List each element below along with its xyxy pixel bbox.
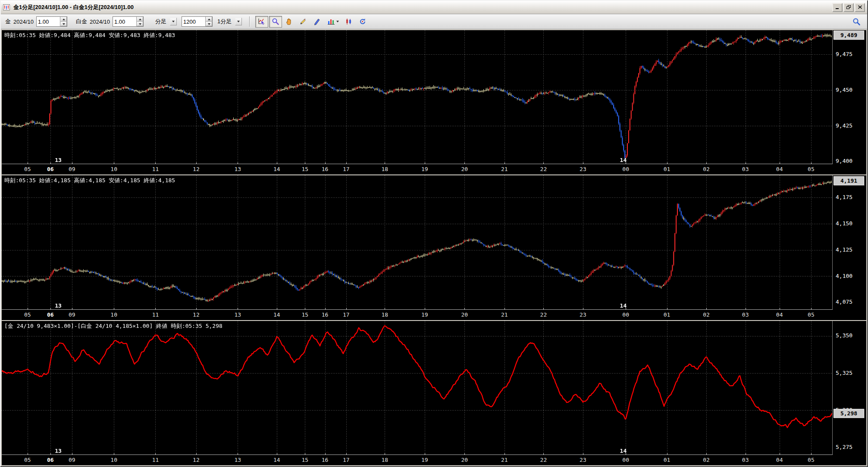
spread-price-axis: 5,3505,3255,3005,2755,298	[832, 321, 866, 465]
magnifier-icon	[272, 18, 279, 25]
gold-multiplier-input[interactable]	[37, 17, 60, 26]
time-tick-label: 17	[343, 166, 350, 172]
price-label: 4,150	[836, 220, 852, 227]
time-tick-label: 10	[110, 457, 117, 463]
time-tick-label: 05	[24, 311, 31, 318]
restore-button[interactable]	[843, 3, 854, 12]
time-tick-label: 11	[152, 457, 159, 463]
select-tool[interactable]	[255, 16, 268, 28]
time-tick-label: 05	[24, 457, 31, 463]
time-tick-label: 06	[47, 166, 54, 172]
day-marker: 14	[620, 302, 627, 309]
marker-tool[interactable]	[310, 16, 323, 28]
price-label: 9,475	[836, 51, 852, 57]
window-controls	[832, 3, 865, 12]
time-tick-label: 23	[580, 166, 586, 172]
titlebar[interactable]: 金1分足[2024/10]1.00 - 白金1分足[2024/10]1.00	[1, 1, 867, 14]
time-tick-label: 18	[382, 311, 389, 318]
time-tick-label: 13	[234, 166, 241, 172]
gold-multiplier-spinner	[36, 16, 67, 27]
chevron-down-icon[interactable]	[235, 18, 242, 25]
time-tick-label: 16	[322, 457, 329, 463]
time-tick-label: 15	[302, 457, 309, 463]
search-tool[interactable]	[850, 16, 863, 28]
time-tick-label: 23	[580, 311, 586, 318]
price-label: 9,400	[836, 158, 852, 164]
time-tick-label: 21	[501, 457, 508, 463]
interval-dropdown[interactable]: 1分足	[215, 17, 244, 26]
time-tick-label: 12	[193, 166, 200, 172]
gold-multiplier-down-button[interactable]	[60, 22, 67, 26]
chevron-down-icon[interactable]	[170, 18, 177, 25]
time-tick-label: 16	[322, 166, 329, 172]
time-tick-label: 19	[421, 457, 428, 463]
pen-nib-icon	[313, 18, 321, 25]
chart-type-tool[interactable]	[324, 16, 342, 28]
price-label: 5,325	[836, 370, 852, 376]
pencil-tool[interactable]	[297, 16, 310, 28]
time-tick-label: 12	[193, 311, 200, 318]
time-tick-label: 06	[47, 311, 54, 318]
bar-count-down-button[interactable]	[206, 22, 212, 26]
platinum-plot-area[interactable]: 時刻:05:35 始値:4,185 高値:4,185 安値:4,185 終値:4…	[2, 175, 833, 309]
pencil-icon	[299, 18, 307, 25]
close-button[interactable]	[855, 3, 865, 12]
gold-label: 金	[5, 18, 11, 25]
candlestick-icon	[345, 18, 353, 25]
minimize-button[interactable]	[832, 3, 843, 12]
price-label: 9,450	[836, 87, 852, 93]
time-tick-label: 02	[703, 457, 710, 463]
interval-type-dropdown[interactable]: 分足	[153, 17, 179, 26]
time-tick-label: 05	[808, 457, 815, 463]
gold-chart-canvas[interactable]	[2, 30, 833, 164]
gold-multiplier-up-button[interactable]	[60, 17, 67, 22]
platinum-multiplier-input[interactable]	[113, 17, 136, 26]
toolbar: 金 2024/10 白金 2024/10 分足	[1, 14, 867, 29]
time-tick-label: 05	[24, 166, 31, 172]
candlestick-compare-tool[interactable]	[342, 16, 355, 28]
time-tick-label: 16	[322, 311, 329, 318]
pan-tool[interactable]	[283, 16, 296, 28]
restore-icon	[846, 5, 851, 9]
price-label: 4,175	[836, 194, 852, 200]
spread-chart-panel: [金 24/10 9,483×1.00]-[白金 24/10 4,185×1.0…	[2, 321, 866, 465]
time-tick-label: 21	[501, 311, 508, 318]
price-label: 5,275	[836, 444, 852, 450]
time-tick-label: 18	[382, 166, 389, 172]
gold-time-axis: 0506091011121314151617181920212223000102…	[2, 164, 833, 174]
bar-count-up-button[interactable]	[206, 17, 212, 22]
zoom-tool[interactable]	[269, 16, 282, 28]
day-marker: 14	[620, 448, 627, 454]
time-tick-label: 00	[622, 457, 629, 463]
gold-plot-area[interactable]: 時刻:05:35 始値:9,484 高値:9,484 安値:9,483 終値:9…	[2, 30, 833, 164]
spread-quote-info: [金 24/10 9,483×1.00]-[白金 24/10 4,185×1.0…	[4, 322, 222, 330]
chevron-down-icon	[336, 21, 339, 22]
time-tick-label: 23	[580, 457, 586, 463]
platinum-chart-canvas[interactable]	[2, 175, 833, 309]
time-tick-label: 10	[110, 311, 117, 318]
close-icon	[858, 5, 862, 9]
spread-time-axis: 0506091011121314151617181920212223000102…	[2, 455, 833, 465]
gold-price-axis: 9,4759,4509,4259,4009,489	[832, 30, 866, 174]
platinum-multiplier-down-button[interactable]	[137, 22, 143, 26]
time-tick-label: 15	[302, 311, 309, 318]
price-label: 4,125	[836, 246, 852, 253]
time-tick-label: 02	[703, 311, 710, 318]
day-marker: 13	[55, 302, 62, 309]
time-tick-label: 22	[540, 166, 547, 172]
app-window: 金1分足[2024/10]1.00 - 白金1分足[2024/10]1.00	[0, 0, 868, 467]
chart-stack: 時刻:05:35 始値:9,484 高値:9,484 安値:9,483 終値:9…	[1, 29, 867, 466]
bar-count-input[interactable]	[182, 17, 205, 26]
time-tick-label: 04	[776, 457, 783, 463]
refresh-tool[interactable]	[356, 16, 369, 28]
time-tick-label: 19	[421, 166, 428, 172]
platinum-chart-panel: 時刻:05:35 始値:4,185 高値:4,185 安値:4,185 終値:4…	[2, 175, 866, 320]
spread-chart-canvas[interactable]	[2, 321, 833, 455]
time-tick-label: 14	[273, 457, 280, 463]
spread-plot-area[interactable]: [金 24/10 9,483×1.00]-[白金 24/10 4,185×1.0…	[2, 321, 833, 455]
platinum-multiplier-up-button[interactable]	[137, 17, 143, 22]
time-tick-label: 01	[664, 311, 671, 318]
toolbar-separator	[249, 16, 250, 27]
platinum-time-axis: 0506091011121314151617181920212223000102…	[2, 309, 833, 320]
hand-icon	[285, 18, 293, 25]
